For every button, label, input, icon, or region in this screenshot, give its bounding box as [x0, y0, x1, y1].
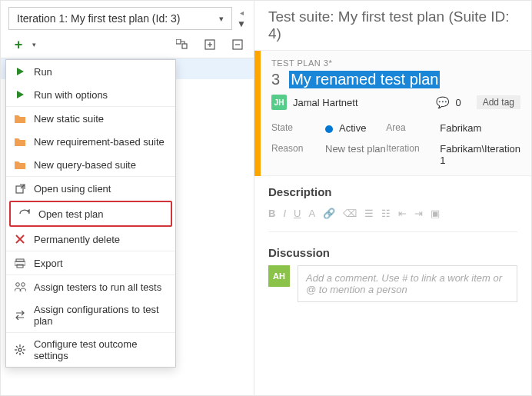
discussion-icon[interactable]: 💬 — [436, 96, 449, 108]
bullet-list-icon[interactable]: ☰ — [364, 208, 374, 219]
outdent-icon[interactable]: ⇤ — [398, 208, 407, 219]
plan-context-menu: Run Run with options New static suite Ne… — [5, 59, 176, 368]
people-icon — [14, 281, 26, 293]
state-field[interactable]: Active — [325, 122, 386, 134]
state-label: State — [271, 122, 325, 134]
menu-open-test-plan[interactable]: Open test plan — [12, 204, 169, 224]
iteration-selector-label: Iteration 1: My first test plan (Id: 3) — [17, 12, 180, 25]
folder-icon — [14, 112, 26, 125]
svg-rect-1 — [182, 44, 187, 48]
add-button[interactable]: + — [12, 38, 25, 52]
config-arrow-icon — [14, 309, 26, 321]
add-dropdown-icon[interactable]: ▾ — [27, 38, 41, 52]
state-dot-icon — [325, 125, 333, 133]
work-item-title-input[interactable]: My renamed test plan — [289, 71, 440, 88]
reason-field[interactable]: New test plan — [325, 143, 386, 166]
discussion-input[interactable]: Add a comment. Use # to link a work item… — [298, 265, 517, 302]
play-icon — [14, 88, 26, 101]
image-icon[interactable]: ▣ — [431, 208, 440, 219]
svg-line-25 — [16, 352, 18, 354]
menu-new-static[interactable]: New static suite — [6, 107, 175, 130]
font-icon[interactable]: A — [308, 208, 315, 219]
menu-new-requirement[interactable]: New requirement-based suite — [6, 130, 175, 153]
expand-all-icon[interactable] — [203, 38, 217, 52]
right-panel: Test suite: My first test plan (Suite ID… — [254, 1, 531, 395]
add-tag-button[interactable]: Add tag — [477, 95, 520, 109]
type-color-bar — [254, 51, 261, 176]
collapse-all-icon[interactable] — [231, 38, 244, 52]
gear-icon — [14, 344, 26, 356]
folder-icon — [14, 158, 26, 171]
svg-rect-0 — [176, 39, 181, 44]
svg-marker-8 — [17, 91, 24, 98]
chevron-down-icon: ▾ — [219, 14, 224, 24]
svg-line-22 — [16, 346, 18, 348]
link-icon[interactable]: 🔗 — [323, 208, 335, 219]
avatar: JH — [271, 95, 287, 110]
open-plan-icon — [18, 208, 31, 220]
menu-assign-testers[interactable]: Assign testers to run all tests — [6, 275, 175, 298]
menu-run-options[interactable]: Run with options — [6, 83, 175, 106]
menu-new-query[interactable]: New query-based suite — [6, 153, 175, 176]
menu-delete[interactable]: Permanently delete — [6, 228, 175, 251]
work-item-header: TEST PLAN 3* 3 My renamed test plan JH J… — [254, 51, 531, 176]
assignee-name[interactable]: Jamal Hartnett — [293, 97, 358, 108]
menu-open-client[interactable]: Open using client — [6, 177, 175, 200]
chevron-left-icon[interactable]: ◂ — [240, 8, 244, 17]
delete-icon — [14, 233, 26, 245]
filter-icon[interactable]: ▼ — [237, 18, 246, 29]
iteration-label: Iteration — [386, 143, 440, 166]
toolbar-icon-1[interactable] — [175, 38, 189, 52]
left-panel: Iteration 1: My first test plan (Id: 3) … — [1, 1, 254, 395]
svg-point-17 — [18, 348, 22, 351]
play-icon — [14, 65, 26, 78]
reason-label: Reason — [271, 143, 325, 166]
suite-title: Test suite: My first test plan (Suite ID… — [254, 1, 531, 51]
area-field[interactable]: Fabrikam — [440, 122, 520, 134]
rich-text-toolbar: B I U A 🔗 ⌫ ☰ ☷ ⇤ ⇥ ▣ — [268, 205, 517, 232]
bold-icon[interactable]: B — [268, 208, 275, 219]
italic-icon[interactable]: I — [283, 208, 286, 219]
breadcrumb: TEST PLAN 3* — [271, 58, 520, 68]
tree-toolbar: + ▾ — [1, 33, 254, 58]
svg-line-23 — [22, 352, 24, 354]
svg-line-24 — [22, 346, 24, 348]
svg-point-15 — [15, 283, 19, 287]
svg-point-16 — [21, 283, 25, 287]
open-icon — [14, 182, 26, 195]
description-heading: Description — [268, 185, 517, 198]
area-label: Area — [386, 122, 440, 134]
discussion-count: 0 — [455, 97, 461, 108]
print-icon — [14, 257, 26, 269]
indent-icon[interactable]: ⇥ — [414, 208, 423, 219]
current-user-avatar: AH — [268, 265, 290, 287]
work-item-id: 3 — [271, 71, 280, 88]
menu-export[interactable]: Export — [6, 251, 175, 275]
iteration-selector[interactable]: Iteration 1: My first test plan (Id: 3) … — [8, 7, 232, 30]
underline-icon[interactable]: U — [294, 208, 301, 219]
number-list-icon[interactable]: ☷ — [381, 208, 391, 219]
menu-configure-outcome[interactable]: Configure test outcome settings — [6, 333, 175, 367]
menu-run[interactable]: Run — [6, 60, 175, 83]
menu-assign-config[interactable]: Assign configurations to test plan — [6, 298, 175, 332]
svg-marker-7 — [17, 68, 24, 75]
folder-icon — [14, 135, 26, 148]
iteration-field[interactable]: Fabrikam\Iteration 1 — [440, 143, 520, 166]
discussion-heading: Discussion — [268, 246, 517, 259]
clear-format-icon[interactable]: ⌫ — [343, 208, 357, 219]
